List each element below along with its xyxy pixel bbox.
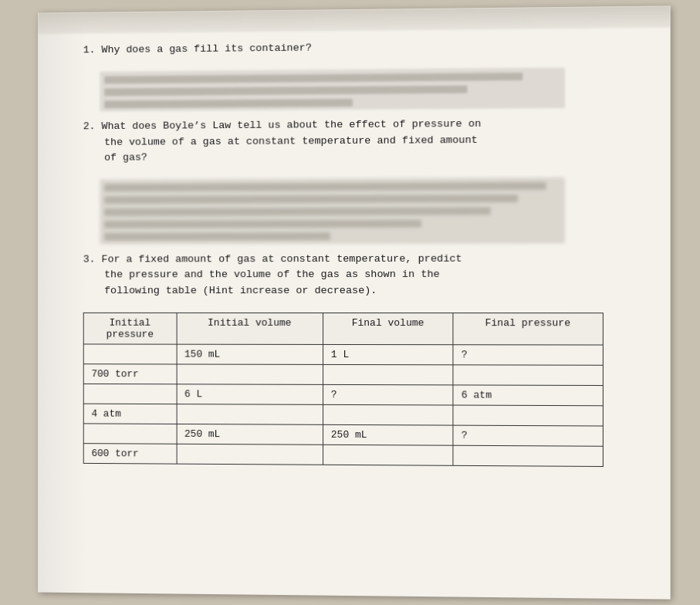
answer-line (104, 182, 546, 191)
answer-line (104, 73, 522, 84)
cell-final-volume-3: ? (323, 384, 453, 405)
col-header-final-volume: Final volume (323, 313, 453, 344)
q1-text: Why does a gas fill its container? (101, 42, 311, 56)
cell-final-pressure-6 (453, 445, 603, 466)
boyles-law-table: Initialpressure Initial volume Final vol… (83, 313, 631, 467)
data-table: Initialpressure Initial volume Final vol… (83, 313, 603, 467)
q2-text3: of gas? (104, 151, 147, 163)
table-row: 600 torr (83, 443, 603, 466)
cell-initial-pressure-5 (83, 424, 176, 444)
cell-initial-pressure-6: 600 torr (83, 443, 176, 463)
cell-initial-pressure-2: 700 torr (83, 363, 176, 384)
q1-number: 1. (83, 44, 95, 56)
answer-line (104, 232, 330, 241)
table-row: 250 mL 250 mL ? (83, 424, 603, 446)
cell-final-pressure-4 (453, 405, 603, 426)
answer-line (104, 194, 518, 204)
cell-final-volume-5: 250 mL (323, 424, 453, 445)
q3-text2: the pressure and the volume of the gas a… (104, 269, 440, 280)
top-blurred-strip (38, 5, 671, 34)
cell-initial-pressure-3 (83, 384, 176, 404)
cell-final-pressure-3: 6 atm (453, 385, 603, 406)
cell-final-pressure-2 (453, 365, 603, 386)
col-header-initial-pressure: Initialpressure (83, 313, 176, 344)
answer-line (104, 99, 353, 108)
col-header-final-pressure: Final pressure (453, 313, 603, 344)
cell-final-pressure-1: ? (453, 344, 603, 365)
cell-initial-volume-5: 250 mL (176, 424, 323, 444)
cell-initial-volume-6 (176, 444, 323, 465)
q3-text: For a fixed amount of gas at constant te… (101, 253, 462, 265)
table-row: 6 L ? 6 atm (83, 384, 603, 405)
q3-number: 3. (83, 254, 95, 265)
q2-text2: the volume of a gas at constant temperat… (104, 134, 478, 147)
q1-answer-area (100, 68, 564, 112)
q3-text3: following table (Hint increase or decrea… (104, 284, 377, 296)
question-1: 1. Why does a gas fill its container? (83, 37, 631, 58)
page-content: 1. Why does a gas fill its container? 2.… (83, 37, 631, 467)
cell-initial-volume-1: 150 mL (176, 344, 323, 364)
cell-initial-volume-2 (176, 364, 323, 384)
table-row: 4 atm (83, 404, 603, 426)
answer-line (104, 220, 421, 228)
cell-final-volume-2 (323, 364, 453, 384)
cell-initial-volume-4 (176, 404, 323, 424)
answer-line (104, 86, 468, 96)
question-2: 2. What does Boyle’s Law tell us about t… (83, 116, 631, 166)
col-header-initial-volume: Initial volume (176, 313, 323, 344)
table-row: 700 torr (83, 363, 603, 385)
answer-line (104, 207, 490, 216)
cell-final-volume-1: 1 L (323, 344, 453, 364)
table-row: 150 mL 1 L ? (83, 344, 603, 365)
question-3: 3. For a fixed amount of gas at constant… (83, 251, 631, 299)
q2-number: 2. (83, 121, 95, 133)
cell-initial-volume-3: 6 L (176, 384, 323, 405)
q2-text: What does Boyle’s Law tell us about the … (101, 118, 481, 132)
cell-initial-pressure-1 (83, 344, 176, 364)
cell-final-pressure-5: ? (453, 425, 603, 446)
worksheet-page: 1. Why does a gas fill its container? 2.… (38, 5, 671, 599)
cell-initial-pressure-4: 4 atm (83, 404, 176, 424)
cell-final-volume-6 (323, 444, 453, 465)
q2-answer-area (100, 177, 564, 245)
cell-final-volume-4 (323, 404, 453, 425)
